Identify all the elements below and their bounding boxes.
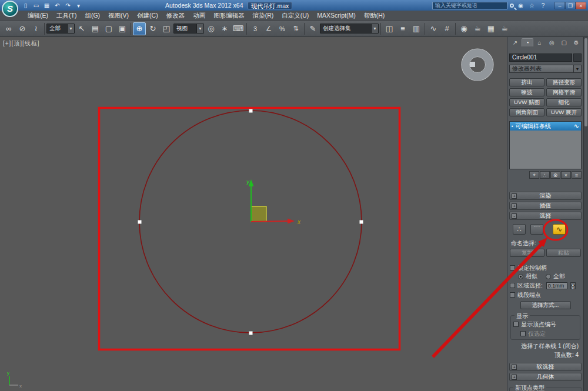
qat-dropdown-icon[interactable]: ▾ bbox=[74, 2, 83, 9]
render-setup-icon[interactable]: ☕ bbox=[471, 22, 484, 35]
select-by-button[interactable]: 选择方式... bbox=[520, 301, 571, 309]
segment-icon[interactable]: ⌒ bbox=[530, 224, 543, 235]
vertex-icon[interactable]: ∴ bbox=[513, 224, 526, 235]
percent-snap-icon[interactable]: % bbox=[276, 22, 289, 35]
angle-snap-icon[interactable]: ∠ bbox=[262, 22, 275, 35]
collapse-icon[interactable]: - bbox=[512, 213, 517, 219]
panel-scrollbar[interactable] bbox=[583, 37, 588, 391]
selection-filter-dropdown[interactable]: 全部 ▼ bbox=[46, 24, 75, 34]
menu-item-group[interactable]: 组(G) bbox=[81, 11, 104, 20]
remove-modifier-icon[interactable]: × bbox=[561, 171, 571, 179]
maximize-button[interactable]: ❐ bbox=[565, 2, 576, 9]
bevel-profile-button[interactable]: 倒角剖面 bbox=[509, 108, 544, 116]
menu-item-rendering[interactable]: 渲染(R) bbox=[249, 11, 278, 20]
menu-item-maxscript[interactable]: MAXScript(M) bbox=[313, 11, 359, 20]
layer-manager-icon[interactable]: ▥ bbox=[410, 22, 423, 35]
menu-item-modifiers[interactable]: 修改器 bbox=[162, 11, 189, 20]
rendered-frame-icon[interactable]: ▦ bbox=[485, 22, 497, 35]
make-unique-icon[interactable]: ⊗ bbox=[550, 171, 560, 179]
sign-in-icon[interactable]: ◉ bbox=[516, 2, 525, 9]
gizmo-plane-handle[interactable] bbox=[251, 206, 266, 222]
rollout-rendering[interactable]: + 渲染 bbox=[509, 192, 582, 200]
new-file-icon[interactable]: ▯ bbox=[21, 2, 30, 9]
curve-editor-icon[interactable]: ∿ bbox=[427, 22, 440, 35]
rollout-selection[interactable]: - 选择 bbox=[509, 212, 582, 220]
named-selection-sets-dropdown[interactable]: 创建选择集 ▼ bbox=[320, 24, 379, 34]
vertex-marker-top[interactable] bbox=[249, 109, 253, 113]
panel-scrollbar-thumb[interactable] bbox=[584, 38, 587, 126]
viewport-label[interactable]: [+][顶][线框] bbox=[3, 39, 40, 48]
modifier-list-dropdown[interactable]: 修改器列表 ▼ bbox=[509, 65, 582, 73]
viewcube-ring[interactable] bbox=[462, 49, 493, 81]
use-pivot-center-icon[interactable]: ◎ bbox=[205, 22, 218, 35]
undo-icon[interactable]: ↶ bbox=[53, 2, 62, 9]
hierarchy-tab[interactable]: ⌂ bbox=[534, 38, 546, 46]
snap-toggle-3d-icon[interactable]: 3 bbox=[249, 22, 262, 35]
select-and-link-icon[interactable]: ∞ bbox=[2, 22, 15, 35]
select-and-manipulate-icon[interactable]: ∗ bbox=[218, 22, 231, 35]
lock-handles-checkbox[interactable] bbox=[510, 265, 515, 270]
unlink-selection-icon[interactable]: ⊘ bbox=[16, 22, 29, 35]
save-file-icon[interactable]: ▦ bbox=[42, 2, 51, 9]
uvw-map-button[interactable]: UVW 贴图 bbox=[509, 98, 544, 106]
rollout-interpolation[interactable]: + 插值 bbox=[509, 202, 582, 210]
area-selection-checkbox[interactable] bbox=[510, 283, 515, 288]
stack-item-editable-spline[interactable]: ▪ 可编辑样条线 ∿ bbox=[510, 122, 581, 131]
select-object-icon[interactable]: ↖ bbox=[75, 22, 88, 35]
paste-button[interactable]: 粘贴 bbox=[546, 249, 581, 257]
menu-item-customize[interactable]: 自定义(U) bbox=[278, 11, 313, 20]
expand-icon[interactable]: + bbox=[512, 375, 517, 380]
menu-item-tools[interactable]: 工具(T) bbox=[52, 11, 81, 20]
tessellate-button[interactable]: 细化 bbox=[546, 98, 582, 106]
pin-stack-icon[interactable]: ⌖ bbox=[529, 171, 539, 179]
all-radio[interactable] bbox=[546, 274, 551, 279]
select-and-scale-icon[interactable]: ◰ bbox=[160, 22, 173, 35]
noise-button[interactable]: 噪波 bbox=[509, 88, 544, 96]
schematic-view-icon[interactable]: # bbox=[440, 22, 453, 35]
render-production-icon[interactable]: ☕ bbox=[498, 22, 511, 35]
open-file-icon[interactable]: ▭ bbox=[32, 2, 41, 9]
vertex-marker-right[interactable] bbox=[360, 220, 363, 224]
edit-named-selections-icon[interactable]: ✎ bbox=[306, 22, 319, 35]
select-by-name-icon[interactable]: ▤ bbox=[89, 22, 102, 35]
bind-to-space-warp-icon[interactable]: ≀ bbox=[29, 22, 42, 35]
spinner-snap-icon[interactable]: ⇅ bbox=[289, 22, 302, 35]
minimize-button[interactable]: – bbox=[554, 2, 565, 9]
spline-icon[interactable]: ∿ bbox=[553, 224, 566, 235]
select-and-rotate-icon[interactable]: ↻ bbox=[146, 22, 159, 35]
redo-icon[interactable]: ↷ bbox=[64, 2, 72, 9]
spinner-down-icon[interactable]: ▼ bbox=[570, 286, 576, 289]
window-crossing-icon[interactable]: ▣ bbox=[116, 22, 129, 35]
selected-only-checkbox[interactable] bbox=[520, 331, 526, 336]
create-tab[interactable]: ↗ bbox=[509, 38, 521, 46]
vertex-marker-bottom[interactable] bbox=[249, 332, 253, 335]
rollout-soft-selection[interactable]: + 软选择 bbox=[509, 363, 582, 371]
spinner-arrows[interactable]: ▲▼ bbox=[570, 282, 576, 289]
coord-system-dropdown[interactable]: 视图 ▼ bbox=[173, 24, 204, 34]
copy-button[interactable]: 复制 bbox=[510, 249, 544, 257]
close-button[interactable]: × bbox=[576, 2, 586, 9]
object-color-swatch[interactable] bbox=[573, 54, 582, 62]
menu-item-views[interactable]: 视图(V) bbox=[104, 11, 133, 20]
menu-item-graph-editors[interactable]: 图形编辑器 bbox=[209, 11, 249, 20]
menu-item-create[interactable]: 创建(C) bbox=[133, 11, 162, 20]
modify-tab[interactable]: ◔ bbox=[522, 38, 533, 46]
align-icon[interactable]: ≡ bbox=[396, 22, 409, 35]
rollout-geometry[interactable]: + 几何体 bbox=[509, 373, 582, 381]
object-name-field[interactable]: Circle001 bbox=[509, 54, 572, 62]
motion-tab[interactable]: ◎ bbox=[546, 38, 558, 46]
application-menu-button[interactable]: S bbox=[2, 1, 18, 17]
alike-radio[interactable] bbox=[518, 274, 523, 279]
favorites-icon[interactable]: ☆ bbox=[527, 2, 536, 9]
rectangular-selection-icon[interactable]: ▢ bbox=[102, 22, 115, 35]
expand-icon[interactable]: + bbox=[512, 203, 517, 209]
unwrap-uvw-button[interactable]: UVW 展开 bbox=[546, 108, 582, 116]
vertex-marker-left[interactable] bbox=[138, 220, 142, 224]
display-tab[interactable]: ▢ bbox=[558, 38, 570, 46]
search-input[interactable] bbox=[432, 2, 507, 9]
menu-item-edit[interactable]: 编辑(E) bbox=[24, 11, 52, 20]
modifier-stack[interactable]: ▪ 可编辑样条线 ∿ bbox=[509, 121, 582, 169]
menu-item-animation[interactable]: 动画 bbox=[189, 11, 209, 20]
gizmo-x-axis[interactable] bbox=[251, 221, 288, 222]
search-icon[interactable] bbox=[510, 4, 514, 8]
